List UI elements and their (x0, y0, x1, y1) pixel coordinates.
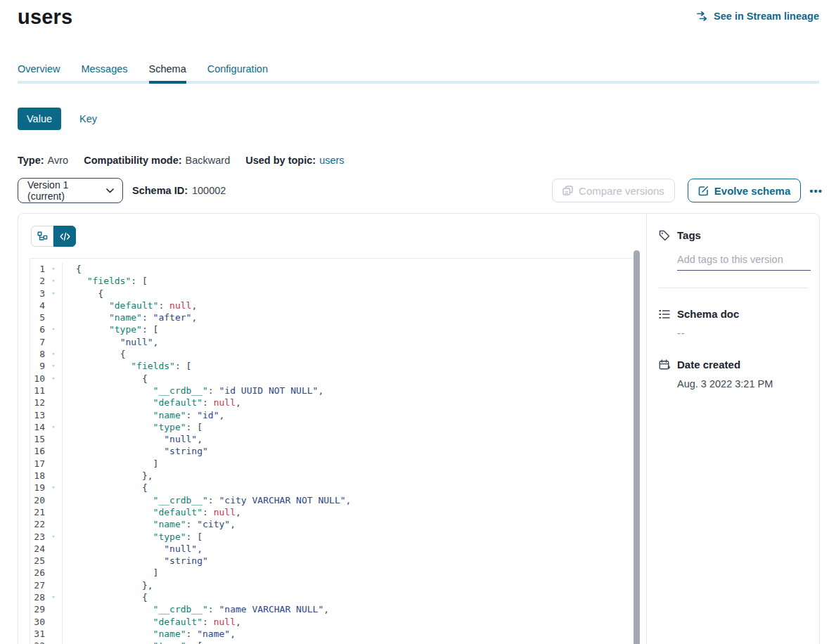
line-number: 23 (30, 531, 45, 543)
fold-spacer (45, 494, 62, 506)
schema-code-editor[interactable]: 1▾{2▾ "fields": [3▾ {4 "default": null,5… (30, 258, 636, 644)
fold-toggle-icon[interactable]: ▾ (45, 531, 62, 543)
code-text: "string" (63, 445, 208, 457)
code-text: { (63, 348, 125, 360)
see-in-stream-lineage-link[interactable]: See in Stream lineage (697, 11, 819, 22)
code-text: "name": "name", (63, 628, 236, 640)
fold-toggle-icon[interactable]: ▾ (45, 591, 62, 603)
date-created-value: Aug. 3 2022 3:21 PM (677, 378, 808, 389)
line-number: 7 (30, 336, 45, 348)
schema-meta-row: Type:AvroCompatibility mode:BackwardUsed… (18, 155, 345, 166)
fold-toggle-icon[interactable]: ▾ (45, 288, 62, 300)
edit-icon (698, 186, 709, 196)
schema-id-value: 100002 (192, 185, 226, 196)
line-number: 25 (30, 555, 45, 567)
code-text: "default": null, (63, 506, 241, 518)
fold-toggle-icon[interactable]: ▾ (45, 323, 62, 335)
code-line: 9▾ "fields": [ (30, 360, 636, 372)
code-line: 18 }, (30, 470, 636, 482)
fold-toggle-icon[interactable]: ▾ (45, 640, 62, 644)
line-number: 2 (30, 275, 45, 287)
version-select-value: Version 1 (current) (27, 179, 106, 202)
meta-label: Compatibility mode: (84, 155, 181, 166)
line-number: 18 (30, 470, 45, 482)
code-text: "null", (63, 543, 202, 555)
code-view-icon (60, 232, 70, 241)
line-number: 19 (30, 482, 45, 494)
line-number: 11 (30, 385, 45, 397)
tab-overview[interactable]: Overview (18, 63, 60, 82)
fold-toggle-icon[interactable]: ▾ (45, 275, 62, 287)
fold-spacer (45, 458, 62, 470)
line-number: 8 (30, 348, 45, 360)
schema-doc-section: Schema doc -- (659, 308, 808, 339)
page-title: users (18, 6, 72, 29)
key-button[interactable]: Key (79, 113, 97, 124)
version-select[interactable]: Version 1 (current) (18, 178, 123, 203)
fold-toggle-icon[interactable]: ▾ (45, 263, 62, 275)
code-line: 24 "null", (30, 543, 636, 555)
meta-item: Type:Avro (18, 155, 68, 166)
fold-spacer (45, 616, 62, 628)
meta-label: Type: (18, 155, 44, 166)
tab-schema[interactable]: Schema (149, 63, 186, 82)
fold-spacer (45, 543, 62, 555)
line-number: 26 (30, 567, 45, 579)
line-number: 1 (30, 263, 45, 275)
calendar-plus-icon (659, 359, 670, 371)
fold-toggle-icon[interactable]: ▾ (45, 482, 62, 494)
fold-spacer (45, 555, 62, 567)
line-number: 14 (30, 421, 45, 433)
tag-icon (659, 230, 670, 241)
meta-item: Used by topic:users (245, 155, 344, 166)
compare-versions-label: Compare versions (579, 185, 664, 197)
fold-spacer (45, 385, 62, 397)
code-line: 11 "__crdb__": "id UUID NOT NULL", (30, 385, 636, 397)
value-button[interactable]: Value (18, 108, 61, 130)
code-text: }, (63, 579, 153, 591)
meta-label: Used by topic: (245, 155, 316, 166)
tree-view-icon (37, 231, 48, 242)
line-number: 5 (30, 311, 45, 323)
line-number: 15 (30, 433, 45, 445)
code-line: 20 "__crdb__": "city VARCHAR NOT NULL", (30, 494, 636, 506)
editor-view-toggle (31, 226, 76, 247)
code-view-button[interactable] (53, 226, 76, 247)
schema-page: users See in Stream lineage OverviewMess… (0, 0, 836, 644)
code-text: "fields": [ (63, 275, 148, 287)
code-text: ] (63, 458, 158, 470)
code-text: "default": null, (63, 300, 197, 311)
fold-toggle-icon[interactable]: ▾ (45, 373, 62, 385)
editor-scrollbar-thumb[interactable] (634, 250, 640, 644)
line-number: 20 (30, 494, 45, 506)
compare-versions-button[interactable]: Compare versions (552, 179, 675, 202)
fold-spacer (45, 409, 62, 421)
code-line: 3▾ { (30, 288, 636, 300)
tab-messages[interactable]: Messages (81, 63, 127, 82)
topic-link[interactable]: users (319, 155, 344, 166)
fold-spacer (45, 628, 62, 640)
fold-toggle-icon[interactable]: ▾ (45, 348, 62, 360)
fold-toggle-icon[interactable]: ▾ (45, 421, 62, 433)
code-text: "null", (63, 433, 202, 445)
fold-spacer (45, 518, 62, 530)
line-number: 4 (30, 300, 45, 311)
add-tags-input[interactable] (677, 251, 811, 271)
value-key-toggle: Value Key (18, 108, 97, 130)
schema-detail-card: 1▾{2▾ "fields": [3▾ {4 "default": null,5… (18, 213, 820, 644)
schema-id-label: Schema ID: (132, 185, 188, 196)
more-actions-button[interactable]: ••• (809, 185, 823, 197)
list-icon (659, 309, 670, 319)
code-text: { (63, 263, 82, 275)
evolve-schema-button[interactable]: Evolve schema (688, 179, 801, 202)
tree-view-button[interactable] (31, 226, 53, 247)
code-line: 32▾ "type": [ (30, 640, 636, 644)
line-number: 16 (30, 445, 45, 457)
fold-toggle-icon[interactable]: ▾ (45, 360, 62, 372)
line-number: 27 (30, 579, 45, 591)
fold-spacer (45, 445, 62, 457)
code-text: { (63, 482, 148, 494)
fold-spacer (45, 433, 62, 445)
sidebar-divider (659, 288, 808, 288)
tab-configuration[interactable]: Configuration (207, 63, 268, 82)
